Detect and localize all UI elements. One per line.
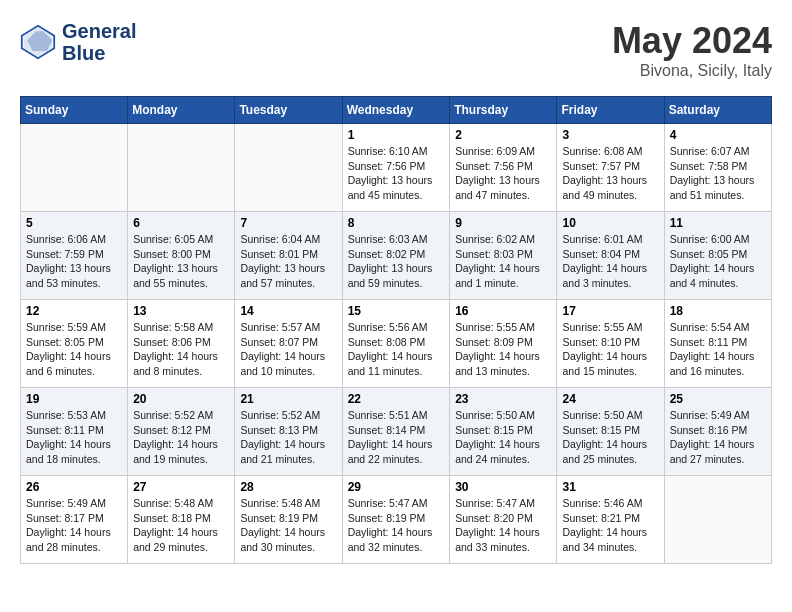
calendar-cell: 14Sunrise: 5:57 AM Sunset: 8:07 PM Dayli… <box>235 300 342 388</box>
calendar-cell: 26Sunrise: 5:49 AM Sunset: 8:17 PM Dayli… <box>21 476 128 564</box>
day-info: Sunrise: 5:56 AM Sunset: 8:08 PM Dayligh… <box>348 320 445 379</box>
day-number: 3 <box>562 128 658 142</box>
day-of-week-header: Wednesday <box>342 97 450 124</box>
calendar-cell <box>128 124 235 212</box>
day-number: 4 <box>670 128 766 142</box>
day-info: Sunrise: 6:01 AM Sunset: 8:04 PM Dayligh… <box>562 232 658 291</box>
location: Bivona, Sicily, Italy <box>612 62 772 80</box>
day-of-week-header: Monday <box>128 97 235 124</box>
calendar-week-row: 19Sunrise: 5:53 AM Sunset: 8:11 PM Dayli… <box>21 388 772 476</box>
day-number: 1 <box>348 128 445 142</box>
day-number: 30 <box>455 480 551 494</box>
calendar-body: 1Sunrise: 6:10 AM Sunset: 7:56 PM Daylig… <box>21 124 772 564</box>
day-number: 21 <box>240 392 336 406</box>
day-number: 7 <box>240 216 336 230</box>
day-number: 14 <box>240 304 336 318</box>
day-number: 22 <box>348 392 445 406</box>
calendar-cell <box>664 476 771 564</box>
day-number: 17 <box>562 304 658 318</box>
day-info: Sunrise: 5:52 AM Sunset: 8:12 PM Dayligh… <box>133 408 229 467</box>
day-info: Sunrise: 5:55 AM Sunset: 8:10 PM Dayligh… <box>562 320 658 379</box>
day-of-week-header: Tuesday <box>235 97 342 124</box>
day-number: 16 <box>455 304 551 318</box>
calendar-cell: 8Sunrise: 6:03 AM Sunset: 8:02 PM Daylig… <box>342 212 450 300</box>
day-info: Sunrise: 5:59 AM Sunset: 8:05 PM Dayligh… <box>26 320 122 379</box>
day-number: 12 <box>26 304 122 318</box>
calendar-cell: 31Sunrise: 5:46 AM Sunset: 8:21 PM Dayli… <box>557 476 664 564</box>
day-info: Sunrise: 6:07 AM Sunset: 7:58 PM Dayligh… <box>670 144 766 203</box>
day-info: Sunrise: 5:48 AM Sunset: 8:19 PM Dayligh… <box>240 496 336 555</box>
day-info: Sunrise: 5:53 AM Sunset: 8:11 PM Dayligh… <box>26 408 122 467</box>
calendar-cell: 10Sunrise: 6:01 AM Sunset: 8:04 PM Dayli… <box>557 212 664 300</box>
calendar-table: SundayMondayTuesdayWednesdayThursdayFrid… <box>20 96 772 564</box>
day-of-week-header: Thursday <box>450 97 557 124</box>
calendar-cell: 30Sunrise: 5:47 AM Sunset: 8:20 PM Dayli… <box>450 476 557 564</box>
calendar-cell: 4Sunrise: 6:07 AM Sunset: 7:58 PM Daylig… <box>664 124 771 212</box>
day-info: Sunrise: 5:47 AM Sunset: 8:20 PM Dayligh… <box>455 496 551 555</box>
calendar-cell: 20Sunrise: 5:52 AM Sunset: 8:12 PM Dayli… <box>128 388 235 476</box>
day-info: Sunrise: 5:58 AM Sunset: 8:06 PM Dayligh… <box>133 320 229 379</box>
day-number: 11 <box>670 216 766 230</box>
day-info: Sunrise: 6:03 AM Sunset: 8:02 PM Dayligh… <box>348 232 445 291</box>
calendar-cell: 15Sunrise: 5:56 AM Sunset: 8:08 PM Dayli… <box>342 300 450 388</box>
day-of-week-header: Friday <box>557 97 664 124</box>
day-info: Sunrise: 5:50 AM Sunset: 8:15 PM Dayligh… <box>562 408 658 467</box>
calendar-cell: 2Sunrise: 6:09 AM Sunset: 7:56 PM Daylig… <box>450 124 557 212</box>
day-number: 28 <box>240 480 336 494</box>
day-info: Sunrise: 6:05 AM Sunset: 8:00 PM Dayligh… <box>133 232 229 291</box>
day-number: 6 <box>133 216 229 230</box>
calendar-cell: 25Sunrise: 5:49 AM Sunset: 8:16 PM Dayli… <box>664 388 771 476</box>
calendar-cell <box>235 124 342 212</box>
day-info: Sunrise: 6:02 AM Sunset: 8:03 PM Dayligh… <box>455 232 551 291</box>
day-info: Sunrise: 6:04 AM Sunset: 8:01 PM Dayligh… <box>240 232 336 291</box>
day-number: 5 <box>26 216 122 230</box>
calendar-cell: 5Sunrise: 6:06 AM Sunset: 7:59 PM Daylig… <box>21 212 128 300</box>
calendar-cell: 9Sunrise: 6:02 AM Sunset: 8:03 PM Daylig… <box>450 212 557 300</box>
day-number: 29 <box>348 480 445 494</box>
day-number: 15 <box>348 304 445 318</box>
calendar-cell: 22Sunrise: 5:51 AM Sunset: 8:14 PM Dayli… <box>342 388 450 476</box>
day-info: Sunrise: 5:54 AM Sunset: 8:11 PM Dayligh… <box>670 320 766 379</box>
calendar-cell: 29Sunrise: 5:47 AM Sunset: 8:19 PM Dayli… <box>342 476 450 564</box>
day-number: 27 <box>133 480 229 494</box>
calendar-week-row: 1Sunrise: 6:10 AM Sunset: 7:56 PM Daylig… <box>21 124 772 212</box>
day-number: 31 <box>562 480 658 494</box>
day-info: Sunrise: 5:52 AM Sunset: 8:13 PM Dayligh… <box>240 408 336 467</box>
day-info: Sunrise: 5:49 AM Sunset: 8:16 PM Dayligh… <box>670 408 766 467</box>
day-number: 10 <box>562 216 658 230</box>
day-number: 26 <box>26 480 122 494</box>
calendar-cell <box>21 124 128 212</box>
calendar-cell: 28Sunrise: 5:48 AM Sunset: 8:19 PM Dayli… <box>235 476 342 564</box>
calendar-cell: 27Sunrise: 5:48 AM Sunset: 8:18 PM Dayli… <box>128 476 235 564</box>
day-number: 25 <box>670 392 766 406</box>
day-info: Sunrise: 5:55 AM Sunset: 8:09 PM Dayligh… <box>455 320 551 379</box>
calendar-week-row: 12Sunrise: 5:59 AM Sunset: 8:05 PM Dayli… <box>21 300 772 388</box>
logo: General Blue <box>20 20 136 64</box>
calendar-cell: 23Sunrise: 5:50 AM Sunset: 8:15 PM Dayli… <box>450 388 557 476</box>
logo-text: General Blue <box>62 20 136 64</box>
day-number: 18 <box>670 304 766 318</box>
calendar-cell: 3Sunrise: 6:08 AM Sunset: 7:57 PM Daylig… <box>557 124 664 212</box>
page-header: General Blue May 2024 Bivona, Sicily, It… <box>20 20 772 80</box>
day-number: 23 <box>455 392 551 406</box>
day-number: 2 <box>455 128 551 142</box>
title-block: May 2024 Bivona, Sicily, Italy <box>612 20 772 80</box>
day-number: 20 <box>133 392 229 406</box>
day-info: Sunrise: 6:00 AM Sunset: 8:05 PM Dayligh… <box>670 232 766 291</box>
calendar-cell: 24Sunrise: 5:50 AM Sunset: 8:15 PM Dayli… <box>557 388 664 476</box>
calendar-cell: 11Sunrise: 6:00 AM Sunset: 8:05 PM Dayli… <box>664 212 771 300</box>
day-info: Sunrise: 5:49 AM Sunset: 8:17 PM Dayligh… <box>26 496 122 555</box>
day-info: Sunrise: 5:51 AM Sunset: 8:14 PM Dayligh… <box>348 408 445 467</box>
calendar-cell: 16Sunrise: 5:55 AM Sunset: 8:09 PM Dayli… <box>450 300 557 388</box>
calendar-cell: 18Sunrise: 5:54 AM Sunset: 8:11 PM Dayli… <box>664 300 771 388</box>
day-info: Sunrise: 6:08 AM Sunset: 7:57 PM Dayligh… <box>562 144 658 203</box>
calendar-cell: 6Sunrise: 6:05 AM Sunset: 8:00 PM Daylig… <box>128 212 235 300</box>
day-info: Sunrise: 5:46 AM Sunset: 8:21 PM Dayligh… <box>562 496 658 555</box>
day-info: Sunrise: 5:57 AM Sunset: 8:07 PM Dayligh… <box>240 320 336 379</box>
day-of-week-header: Sunday <box>21 97 128 124</box>
calendar-header-row: SundayMondayTuesdayWednesdayThursdayFrid… <box>21 97 772 124</box>
month-year: May 2024 <box>612 20 772 62</box>
day-info: Sunrise: 6:09 AM Sunset: 7:56 PM Dayligh… <box>455 144 551 203</box>
day-of-week-header: Saturday <box>664 97 771 124</box>
calendar-cell: 12Sunrise: 5:59 AM Sunset: 8:05 PM Dayli… <box>21 300 128 388</box>
